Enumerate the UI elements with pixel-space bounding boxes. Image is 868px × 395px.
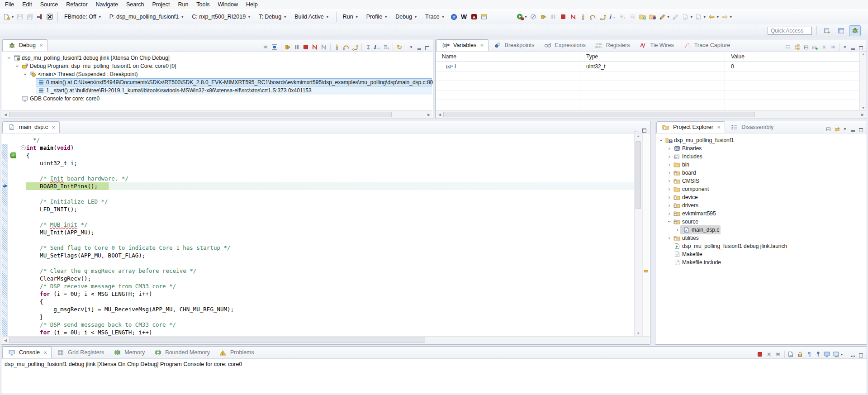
forward-dropdown-icon[interactable]: ▾ (730, 15, 732, 19)
project-tree-row[interactable]: ›Cdsp_mu_polling_fusionf1 (658, 136, 867, 144)
scroll-lock-icon[interactable] (796, 350, 804, 358)
profile-button[interactable]: Profile▾ (363, 12, 392, 21)
code-line[interactable]: /* DSP send message back to CM33 core */ (26, 321, 634, 328)
debug-button-dropdown-icon[interactable]: ▾ (415, 15, 417, 19)
view-menu-icon[interactable]: ▼ (409, 45, 413, 49)
active-target-button-dropdown-icon[interactable]: ▾ (284, 15, 286, 19)
scroll-track[interactable] (9, 112, 425, 118)
variables-row[interactable]: (x)=iuint32_t0 (436, 62, 859, 71)
open-trace-folder-icon[interactable] (638, 12, 647, 21)
expander-icon[interactable]: › (666, 170, 672, 176)
profile-pen-icon[interactable] (658, 12, 667, 21)
expander-icon[interactable]: › (666, 154, 672, 159)
remove-global-variable-icon[interactable]: × (820, 43, 828, 51)
display-console-icon[interactable] (823, 350, 831, 358)
terminate-icon[interactable] (559, 12, 568, 21)
view-menu-icon[interactable]: ▼ (843, 45, 847, 49)
code-line[interactable]: ClearMsgRecv(); (26, 275, 634, 282)
quick-access-input[interactable]: Quick Access (768, 27, 812, 35)
profile-button-dropdown-icon[interactable]: ▾ (385, 15, 387, 19)
code-line[interactable]: for (i = 0U; i < MSG_LENGTH; i++) (26, 328, 634, 336)
maximize-icon[interactable] (424, 44, 431, 51)
code-line[interactable]: int main(void) (26, 144, 634, 152)
import-trace-icon[interactable] (681, 12, 690, 21)
disconnect-all-icon[interactable] (320, 43, 328, 51)
edit-icon[interactable] (671, 12, 680, 21)
minimize-icon[interactable] (416, 44, 422, 51)
tab-registers[interactable]: 10100101Registers (590, 39, 634, 51)
new-wizard-icon[interactable] (2, 12, 11, 21)
no-step-icon[interactable] (529, 12, 538, 21)
external-tools-dropdown-icon[interactable]: ▾ (525, 15, 527, 19)
project-tree-row[interactable]: ›board (666, 169, 867, 177)
project-tree-row[interactable]: Makefile (666, 250, 867, 258)
step-into-selection-icon[interactable]: i→ (608, 12, 617, 21)
debug-tree-row[interactable]: ›Debug Program: dsp_mu_polling_fusionf1 … (14, 62, 433, 70)
step-into-icon[interactable] (579, 12, 588, 21)
terminate-icon[interactable] (756, 350, 764, 358)
new-wizard-dropdown-icon[interactable]: ▾ (12, 15, 14, 19)
debug-tree-row[interactable]: ›dsp_mu_polling_fusionf1 debug jlink [Xt… (6, 54, 433, 62)
code-line[interactable]: BOARD_InitPins(); (26, 182, 634, 190)
cheatsheet-icon[interactable] (479, 12, 489, 21)
relaunch-icon[interactable] (569, 12, 578, 21)
project-tree-row[interactable]: ›101Binaries (666, 144, 867, 152)
menu-refactor[interactable]: Refactor (62, 0, 91, 9)
forward-icon[interactable]: ⇨ (721, 12, 730, 21)
export-trace-dropdown-icon[interactable]: ▾ (704, 15, 706, 19)
remove-all-launches-icon[interactable]: ×× (774, 350, 782, 358)
project-tree-row[interactable]: ›CMSIS (666, 177, 867, 185)
expander-icon[interactable]: › (666, 203, 672, 208)
minimize-icon[interactable] (633, 126, 640, 133)
scroll-thumb[interactable] (9, 338, 425, 343)
remove-all-globals-icon[interactable]: ×× (829, 43, 837, 51)
step-return-icon[interactable] (351, 43, 359, 51)
tab-console[interactable]: Console✕ (2, 347, 52, 358)
scroll-left-icon[interactable]: ◀ (436, 113, 443, 117)
code-line[interactable]: } (26, 313, 634, 321)
debug-tree-row[interactable]: GDB Console for core: core0 (14, 95, 433, 103)
expander-icon[interactable]: › (666, 178, 672, 184)
code-line[interactable]: MU_Init(APP_MU); (26, 228, 634, 236)
project-tree-row[interactable]: Makefile.include (666, 258, 867, 267)
expander-icon[interactable]: › (674, 227, 680, 233)
cpp-perspective-button[interactable] (835, 25, 847, 36)
pin-console-icon[interactable] (814, 350, 822, 358)
add-global-variable-icon[interactable]: (x) (811, 43, 819, 51)
menu-source[interactable]: Source (36, 0, 62, 9)
expander-icon[interactable]: › (666, 195, 672, 200)
tab-tie-wires[interactable]: Tie Wires (634, 39, 678, 51)
instruction-stepping-icon[interactable] (382, 43, 390, 51)
close-icon[interactable]: ✕ (480, 43, 484, 48)
project-tree-row[interactable]: ›cmain_dsp.c (674, 226, 867, 234)
step-into-selection-icon[interactable]: i→ (373, 43, 381, 51)
debug-button[interactable]: Debug▾ (392, 12, 422, 21)
minimize-icon[interactable] (849, 126, 856, 133)
stack-frame-row[interactable]: 0 main() at C:\Users\nxf54949\Documents\… (30, 78, 433, 86)
expander-icon[interactable]: › (659, 138, 664, 143)
code-line[interactable] (26, 236, 634, 244)
column-header-value[interactable]: Value (731, 53, 745, 60)
overview-ruler[interactable] (642, 133, 650, 336)
scroll-thumb[interactable] (9, 112, 392, 117)
code-line[interactable]: for (i = 0U; i < MSG_LENGTH; i++) (26, 290, 634, 298)
fbmode-button[interactable]: FBmode: Off▾ (61, 12, 106, 21)
debug-perspective-button[interactable] (849, 25, 861, 36)
drop-to-frame-icon[interactable]: ↧ (364, 43, 372, 51)
step-return-icon[interactable] (598, 12, 607, 21)
step-into-icon[interactable] (333, 43, 341, 51)
code-line[interactable]: uint32_t i; (26, 159, 634, 167)
editor-scroll-thumb[interactable] (636, 141, 641, 209)
menu-tools[interactable]: Tools (192, 0, 213, 9)
step-over-icon[interactable] (588, 12, 598, 21)
close-icon[interactable]: ✕ (52, 125, 55, 130)
code-line[interactable]: /* Send flag to Core 0 to indicate Core … (26, 244, 634, 252)
build-active-button-dropdown-icon[interactable]: ▾ (327, 15, 328, 19)
project-tree-row[interactable]: ›bin (666, 161, 867, 169)
xtensa-icon[interactable] (45, 12, 54, 21)
project-tree-row[interactable]: ›drivers (666, 201, 867, 209)
open-console-dropdown-icon[interactable]: ▾ (841, 352, 843, 357)
code-line[interactable]: { (26, 152, 634, 159)
trace-button[interactable]: Trace▾ (422, 12, 449, 21)
help-icon[interactable]: ? (450, 12, 459, 21)
